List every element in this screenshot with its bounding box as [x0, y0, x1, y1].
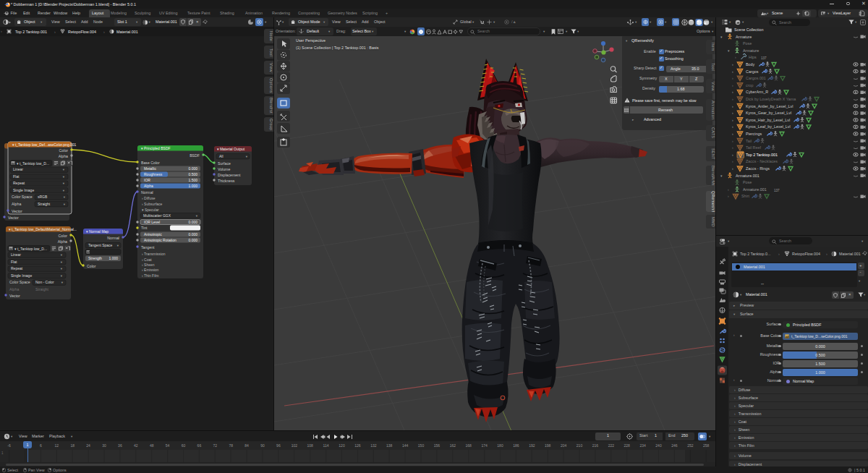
svg-text:› Diffuse: › Diffuse: [142, 196, 156, 200]
svg-text:›: ›: [732, 139, 733, 143]
svg-text:Armature: Armature: [743, 48, 759, 53]
svg-text:42: 42: [134, 443, 138, 448]
svg-text:Volume: Volume: [218, 167, 230, 171]
svg-text:156: 156: [434, 443, 441, 448]
svg-text:72: 72: [213, 443, 218, 448]
svg-text:246: 246: [671, 443, 678, 448]
svg-text:150: 150: [418, 443, 425, 448]
svg-text:192: 192: [529, 443, 535, 448]
svg-text:Alpha: Alpha: [12, 202, 21, 206]
svg-text:132: 132: [370, 443, 377, 448]
svg-text:0.000: 0.000: [188, 166, 197, 171]
svg-text:Tail: Tail: [746, 139, 752, 143]
svg-text:Zaccs - Necklaces: Zaccs - Necklaces: [746, 159, 778, 163]
svg-text:1.000: 1.000: [188, 184, 197, 188]
svg-text:168: 168: [466, 443, 472, 448]
svg-text:Scene Collection: Scene Collection: [734, 27, 763, 32]
svg-text:96: 96: [276, 443, 281, 448]
svg-text:Normal: Normal: [107, 236, 119, 240]
svg-text:210: 210: [576, 443, 583, 448]
svg-text:All: All: [219, 154, 224, 158]
svg-text:Body: Body: [746, 62, 755, 67]
svg-text:-6: -6: [7, 443, 11, 448]
svg-text:66: 66: [197, 443, 202, 448]
svg-text:162: 162: [450, 443, 456, 448]
svg-text:Tint: Tint: [141, 226, 148, 230]
svg-text:Zaccs - Rings: Zaccs - Rings: [746, 166, 770, 171]
svg-text:Color Space: Color Space: [12, 195, 33, 199]
svg-text:1.500: 1.500: [188, 178, 197, 182]
svg-text:Single Image: Single Image: [13, 188, 34, 192]
svg-text:Alpha: Alpha: [59, 154, 68, 158]
svg-text:Alpha: Alpha: [144, 184, 153, 188]
svg-text:Straight: Straight: [38, 202, 51, 206]
svg-text:IOR Level: IOR Level: [144, 220, 160, 224]
svg-text:60: 60: [182, 443, 186, 448]
svg-text:Vector: Vector: [8, 216, 19, 220]
svg-text:▾ Specular: ▾ Specular: [142, 208, 159, 212]
svg-text:› Transmission: › Transmission: [142, 252, 166, 256]
svg-text:BSDF: BSDF: [190, 153, 200, 158]
svg-text:Repeat: Repeat: [11, 266, 23, 270]
svg-text:Piercings: Piercings: [746, 132, 762, 136]
svg-text:Armature: Armature: [736, 35, 752, 39]
svg-text:▾ t_Tanktop low_D...: ▾ t_Tanktop low_D...: [14, 247, 47, 251]
svg-text:48: 48: [150, 443, 154, 448]
svg-text:Dick by LovelyDeath X Yama: Dick by LovelyDeath X Yama: [746, 97, 796, 101]
svg-text:137: 137: [761, 56, 767, 60]
svg-text:198: 198: [545, 443, 551, 448]
svg-text:Vector: Vector: [12, 209, 22, 213]
svg-text:IOR: IOR: [144, 178, 150, 182]
svg-text:› Emission: › Emission: [142, 268, 159, 272]
svg-text:Armature.001: Armature.001: [743, 187, 767, 192]
svg-text:174: 174: [481, 443, 488, 448]
svg-text:Color: Color: [59, 148, 69, 153]
svg-text:› Coat: › Coat: [142, 257, 152, 262]
svg-text:Surface: Surface: [218, 161, 231, 166]
svg-text:› Thin Film: › Thin Film: [142, 273, 159, 278]
svg-text:▾: ▾: [720, 174, 723, 178]
svg-text:›: ›: [732, 97, 733, 101]
svg-text:1.000: 1.000: [109, 256, 118, 260]
svg-text:84: 84: [244, 443, 249, 448]
svg-text:▾ t_Tanktop low_DefaultMateria: ▾ t_Tanktop low_DefaultMaterial_Normal..…: [9, 227, 77, 231]
svg-text:12: 12: [55, 443, 59, 448]
svg-text:Flat: Flat: [11, 260, 17, 264]
svg-text:sRGB: sRGB: [38, 195, 48, 199]
svg-text:Multiscatter GGX: Multiscatter GGX: [143, 213, 171, 218]
svg-text:Cargos: Cargos: [746, 69, 759, 74]
svg-text:▾ t_Tanktop low_D...: ▾ t_Tanktop low_D...: [17, 161, 49, 166]
svg-text:Cargos.001: Cargos.001: [746, 76, 766, 80]
svg-text:›: ›: [732, 62, 733, 67]
svg-text:Shirt: Shirt: [741, 194, 750, 198]
svg-text:CyberArm_R: CyberArm_R: [746, 90, 768, 94]
svg-text:Kyros_Antler_by_Lexel_Lvl: Kyros_Antler_by_Lexel_Lvl: [746, 104, 793, 108]
svg-text:›: ›: [732, 83, 733, 88]
svg-text:Flat: Flat: [13, 174, 20, 179]
svg-text:137: 137: [774, 189, 780, 192]
svg-text:Anisotropic: Anisotropic: [144, 232, 162, 236]
svg-text:Displacement: Displacement: [218, 173, 241, 177]
svg-text:252: 252: [687, 443, 694, 448]
svg-text:Alpha: Alpha: [9, 287, 19, 291]
svg-text:Tangent Space: Tangent Space: [88, 243, 113, 247]
svg-text:Hips: Hips: [749, 55, 757, 59]
svg-text:216: 216: [592, 443, 599, 448]
svg-text:Repeat: Repeat: [13, 181, 25, 185]
svg-text:Anisotropic Rotation: Anisotropic Rotation: [144, 238, 176, 242]
svg-text:›: ›: [732, 111, 733, 115]
svg-text:Kyros_Hair_by_Lexel_Lvl: Kyros_Hair_by_Lexel_Lvl: [746, 118, 790, 122]
svg-text:Color Space: Color Space: [9, 280, 30, 284]
svg-text:180: 180: [497, 443, 503, 448]
svg-text:▾ Material Output: ▾ Material Output: [217, 147, 245, 151]
svg-text:90: 90: [260, 443, 265, 448]
svg-text:Single Image: Single Image: [11, 273, 32, 278]
svg-text:Linear: Linear: [13, 167, 23, 171]
svg-text:›: ›: [728, 187, 729, 192]
svg-text:144: 144: [402, 443, 409, 448]
svg-text:▾: ▾: [728, 48, 730, 53]
svg-text:18: 18: [70, 443, 75, 448]
svg-text:›: ›: [732, 118, 733, 122]
svg-text:Base Color: Base Color: [141, 161, 160, 165]
svg-text:54: 54: [166, 443, 170, 448]
